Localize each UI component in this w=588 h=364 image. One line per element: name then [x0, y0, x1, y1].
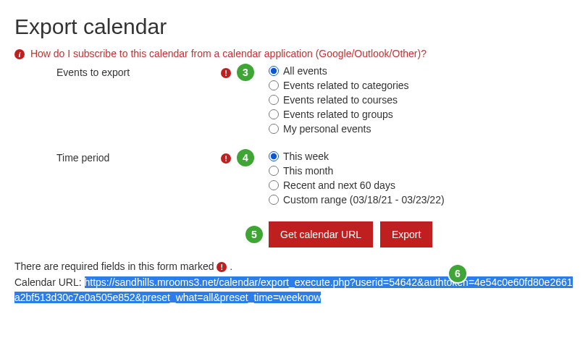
radio-label: This week	[283, 151, 329, 162]
radio-personal[interactable]: My personal events	[269, 123, 409, 135]
required-icon: !	[221, 68, 231, 78]
radio-label: Events related to courses	[283, 94, 398, 106]
radio-custom-range[interactable]: Custom range (03/18/21 - 03/23/22)	[269, 194, 445, 206]
radio-this-month[interactable]: This month	[269, 165, 445, 177]
radio-label: All events	[283, 65, 327, 77]
radio-input[interactable]	[269, 151, 279, 161]
radio-input[interactable]	[269, 180, 279, 190]
events-options: ! 3 All events Events related to categor…	[221, 65, 409, 137]
radio-categories[interactable]: Events related to categories	[269, 80, 409, 91]
required-icon: !	[217, 262, 227, 272]
events-export-row: Events to export ! 3 All events Events r…	[14, 65, 574, 137]
radio-label: This month	[283, 165, 333, 177]
info-icon: i	[14, 49, 25, 59]
help-link-row: i How do I subscribe to this calendar fr…	[14, 48, 574, 59]
calendar-url-label: Calendar URL:	[14, 276, 85, 288]
radio-label: Events related to groups	[283, 109, 393, 120]
radio-input[interactable]	[269, 80, 279, 90]
calendar-url-row: 6 Calendar URL: https://sandhills.mrooms…	[14, 275, 574, 305]
annotation-4: 4	[237, 149, 254, 166]
time-options: ! 4 This week This month Recent and next…	[221, 151, 445, 208]
button-row: 5 Get calendar URL Export	[269, 221, 574, 247]
annotation-3: 3	[237, 64, 254, 81]
radio-input[interactable]	[269, 195, 279, 205]
radio-courses[interactable]: Events related to courses	[269, 94, 409, 106]
get-calendar-url-button[interactable]: Get calendar URL	[269, 221, 373, 247]
annotation-6: 6	[449, 265, 466, 282]
events-label: Events to export	[14, 65, 221, 137]
radio-input[interactable]	[269, 166, 279, 176]
time-period-row: Time period ! 4 This week This month Rec…	[14, 151, 574, 208]
radio-input[interactable]	[269, 66, 279, 76]
page-title: Export calendar	[14, 14, 574, 39]
radio-label: Recent and next 60 days	[283, 179, 395, 191]
required-fields-note: There are required fields in this form m…	[14, 261, 574, 272]
radio-input[interactable]	[269, 109, 279, 119]
help-link[interactable]: How do I subscribe to this calendar from…	[30, 48, 427, 59]
export-button[interactable]: Export	[380, 221, 432, 247]
radio-label: My personal events	[283, 123, 371, 135]
radio-input[interactable]	[269, 95, 279, 105]
radio-groups[interactable]: Events related to groups	[269, 109, 409, 120]
calendar-url-value[interactable]: https://sandhills.mrooms3.net/calendar/e…	[14, 276, 573, 303]
radio-all-events[interactable]: All events	[269, 65, 409, 77]
radio-recent-60[interactable]: Recent and next 60 days	[269, 179, 445, 191]
required-icon: !	[221, 153, 231, 164]
radio-input[interactable]	[269, 124, 279, 134]
time-label: Time period	[14, 151, 221, 208]
radio-label: Custom range (03/18/21 - 03/23/22)	[283, 194, 445, 206]
radio-this-week[interactable]: This week	[269, 151, 445, 162]
annotation-5: 5	[245, 226, 263, 243]
radio-label: Events related to categories	[283, 80, 409, 91]
